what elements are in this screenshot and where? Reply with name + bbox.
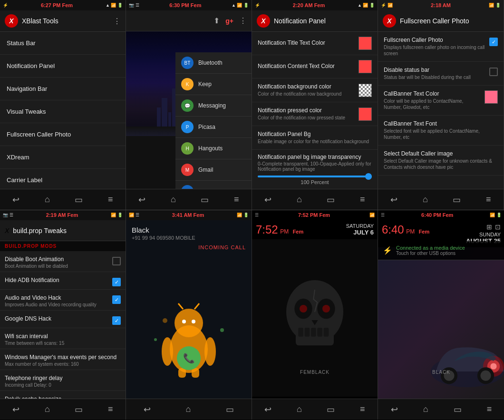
notif-title-color-row: Notification Title Text Color — [252, 32, 378, 55]
bp4-home-btn[interactable]: ⌂ — [416, 400, 436, 418]
svg-rect-21 — [324, 328, 329, 337]
bp3-menu-btn[interactable]: ≡ — [352, 400, 373, 418]
p3-title: Notification Panel — [274, 17, 373, 25]
p1-back-btn[interactable]: ↩ — [5, 191, 27, 209]
bp2-recents-btn[interactable]: ▭ — [218, 400, 242, 419]
callbanner-color-box[interactable] — [485, 90, 498, 104]
bp2-status-left: 📶 ☰ — [129, 213, 139, 217]
bp4-apps-icon[interactable]: ⊡ — [495, 223, 501, 231]
p3-home-btn[interactable]: ⌂ — [289, 191, 310, 208]
bp4-nav-bar: ↩ ⌂ ▭ ≡ — [378, 399, 504, 420]
disable-statusbar-toggle[interactable] — [489, 68, 498, 76]
slider-thumb[interactable] — [365, 173, 372, 180]
share-keep[interactable]: K Keep — [175, 74, 252, 95]
p4-menu-btn[interactable]: ≡ — [478, 191, 499, 208]
p2-overflow-icon[interactable]: ⋮ — [239, 16, 247, 25]
share-gmail[interactable]: M Gmail — [175, 159, 252, 181]
hangouts-icon: H — [181, 142, 194, 155]
p2-home-btn[interactable]: ⌂ — [163, 191, 184, 208]
bp-av-label: Audio and Video Hack — [5, 294, 108, 301]
bp-dns-label: Google DNS Hack — [5, 315, 108, 322]
notif-title-color-box[interactable] — [359, 37, 372, 50]
bp1-recents-btn[interactable]: ▭ — [67, 400, 90, 419]
p1-recents-btn[interactable]: ▭ — [67, 191, 90, 209]
notif-content-color-label: Notification Content Text Color — [258, 63, 355, 69]
p1-menu-btn[interactable]: ≡ — [100, 191, 121, 208]
p4-back-btn[interactable]: ↩ — [383, 191, 405, 209]
notif-panel-bg-sub: Enable image or color for the notificati… — [258, 138, 372, 145]
p2-recents-btn[interactable]: ▭ — [193, 191, 216, 209]
share-hangouts[interactable]: H Hangouts — [175, 138, 252, 159]
share-bluetooth[interactable]: BT Bluetooth — [175, 52, 252, 74]
svg-line-5 — [194, 303, 199, 309]
bp4-recents-btn[interactable]: ▭ — [446, 400, 469, 419]
messaging-icon: 💬 — [181, 99, 194, 112]
menu-xdream[interactable]: XDream — [0, 146, 126, 169]
bp3-back-btn[interactable]: ↩ — [257, 400, 279, 419]
bp4-grid-icon[interactable]: ⊞ — [486, 223, 492, 231]
bp2-caller-header: Black +91 99 94 069580 MOBILE INCOMING C… — [126, 220, 252, 252]
bp2-call-button[interactable]: 📞 — [177, 346, 201, 370]
bp4-back-btn[interactable]: ↩ — [383, 400, 406, 419]
bp-adb-notif: Hide ADB Notification ✓ — [0, 272, 126, 290]
notif-pressed-color-box[interactable] — [359, 107, 372, 121]
menu-visual-tweaks[interactable]: Visual Tweaks — [0, 100, 126, 123]
p3-back-btn[interactable]: ↩ — [257, 191, 279, 209]
p3-recents-btn[interactable]: ▭ — [319, 191, 342, 209]
menu-status-bar[interactable]: Status Bar — [0, 32, 126, 55]
bp-ringer-delay: Telephone ringer delay Incoming call Del… — [0, 370, 126, 391]
p2-gplus-icon[interactable]: g+ — [225, 17, 233, 25]
fullscreen-caller-toggle[interactable]: ✓ — [489, 38, 498, 46]
p1-menu-icon[interactable]: ⋮ — [113, 17, 121, 26]
menu-carrier-label[interactable]: Carrier Label — [0, 169, 126, 189]
p3-menu-btn[interactable]: ≡ — [352, 191, 373, 208]
bp4-menu-btn[interactable]: ≡ — [479, 400, 500, 418]
p2-back-btn[interactable]: ↩ — [131, 191, 153, 209]
bp2-back-btn[interactable]: ↩ — [136, 400, 158, 419]
notif-bg-color-box[interactable] — [359, 84, 372, 97]
notif-content-color-box[interactable] — [359, 60, 372, 73]
bp-boot-anim-check[interactable] — [112, 257, 121, 265]
bp-adb-check[interactable]: ✓ — [112, 278, 121, 286]
bp3-status-bar: ☰ 7:52 PM Fem 📶 — [252, 210, 378, 220]
menu-fullscreen-caller[interactable]: Fullscreen Caller Photo — [0, 123, 126, 146]
svg-rect-9 — [192, 368, 199, 378]
bp4-panel: ☰ 6:40 PM Fem 📶 🔋 6:40 PM Fem ⊞ ⊡ — [378, 210, 504, 420]
callbanner-color-sub: Color will be applied to ContactName, Nu… — [384, 98, 481, 110]
bp1-menu-btn[interactable]: ≡ — [100, 400, 121, 418]
callbanner-color-row: CallBanner Text Color Color will be appl… — [378, 86, 504, 116]
p4-status-time: 2:18 AM — [431, 2, 451, 8]
menu-notification-panel[interactable]: Notification Panel — [0, 55, 126, 78]
share-messaging[interactable]: 💬 Messaging — [175, 95, 252, 117]
bp3-home-btn[interactable]: ⌂ — [289, 400, 310, 418]
bp2-bg: 📞 — [126, 252, 252, 399]
svg-point-6 — [162, 337, 173, 366]
share-picasa[interactable]: P Picasa — [175, 117, 252, 138]
p3-status-left: ⚡ — [255, 3, 260, 8]
callbanner-font-label: CallBanner Text Font — [384, 120, 498, 127]
share-menu: BT Bluetooth K Keep 💬 Messaging P Picasa — [175, 52, 252, 189]
p4-recents-btn[interactable]: ▭ — [445, 191, 468, 209]
notif-bg-color-row: Notification background color Color of t… — [252, 78, 378, 102]
p1-home-btn[interactable]: ⌂ — [37, 191, 58, 208]
slider-value-label: 100 Percent — [258, 179, 372, 185]
share-facebook[interactable]: f Facebook — [175, 181, 252, 189]
menu-navigation-bar[interactable]: Navigation Bar — [0, 78, 126, 100]
p2-menu-btn[interactable]: ≡ — [226, 191, 247, 208]
svg-point-10 — [154, 338, 157, 341]
bp-dns-check[interactable]: ✓ — [112, 316, 121, 325]
slider-track[interactable] — [258, 176, 372, 177]
bp2-home-btn[interactable]: ⌂ — [178, 400, 199, 418]
svg-rect-20 — [317, 328, 322, 337]
bp1-home-btn[interactable]: ⌂ — [37, 400, 58, 418]
bp2-status-right: 📶 🔋 — [237, 213, 249, 217]
bp1-content: Disable Boot Animation Boot Animation wi… — [0, 251, 126, 399]
p4-home-btn[interactable]: ⌂ — [415, 191, 436, 208]
skull-svg — [277, 275, 353, 361]
bp-av-check[interactable]: ✓ — [112, 295, 121, 304]
bp1-back-btn[interactable]: ↩ — [5, 400, 27, 419]
bp1-status-bar: 📷 ☰ 2:19 AM Fem 📶 🔋 — [0, 210, 126, 220]
p2-share-icon[interactable]: ⬆ — [213, 16, 220, 25]
bp4-car-bg — [378, 247, 504, 399]
bp3-recents-btn[interactable]: ▭ — [319, 400, 342, 419]
